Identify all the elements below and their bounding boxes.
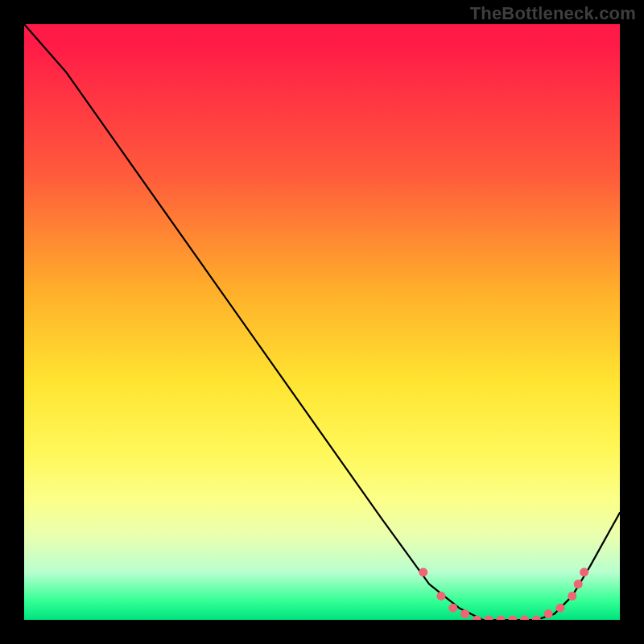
bottleneck-curve [24, 24, 620, 620]
attribution-text: TheBottleneck.com [470, 3, 636, 24]
highlight-point [437, 592, 446, 601]
highlight-point [419, 568, 427, 576]
highlight-point [580, 568, 588, 576]
highlight-point [568, 592, 576, 601]
highlight-point [508, 616, 517, 621]
highlight-point [460, 609, 469, 618]
highlight-point [485, 616, 493, 621]
highlight-point [532, 616, 541, 621]
highlight-point [556, 604, 565, 613]
highlight-point [544, 609, 553, 618]
highlight-point [497, 616, 506, 621]
chart-frame: TheBottleneck.com [0, 0, 644, 644]
plot-area [24, 24, 620, 620]
highlight-point [448, 604, 457, 613]
marker-group [419, 568, 588, 620]
curve-layer [24, 24, 620, 620]
highlight-point [574, 580, 583, 588]
highlight-point [520, 616, 529, 621]
